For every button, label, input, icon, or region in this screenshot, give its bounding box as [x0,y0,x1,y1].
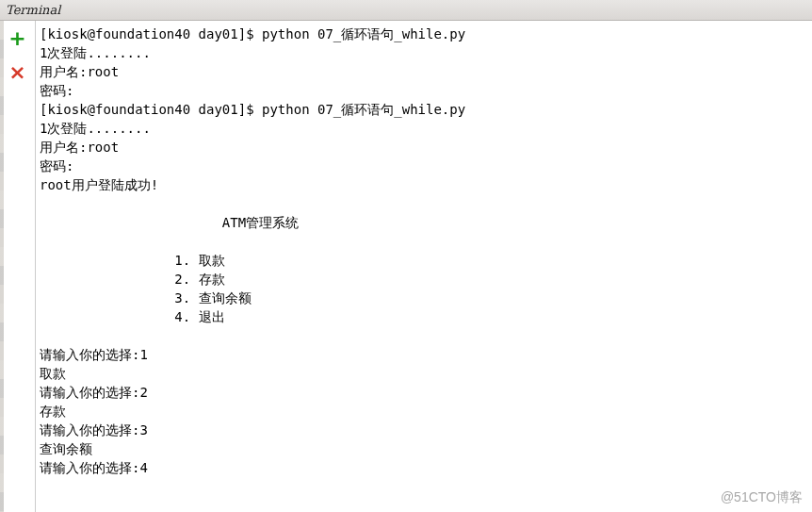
terminal-window: Terminal + × [kiosk@foundation40 day01]$… [0,0,812,512]
terminal-line: 用户名:root [40,138,808,157]
terminal-line: 请输入你的选择:1 [40,345,808,364]
terminal-line [40,232,808,251]
terminal-line: root用户登陆成功! [40,175,808,194]
terminal-line: 1. 取款 [40,251,808,270]
window-body: + × [kiosk@foundation40 day01]$ python 0… [0,21,812,512]
terminal-line: [kiosk@foundation40 day01]$ python 07_循环… [40,25,808,43]
terminal-line: 请输入你的选择:3 [40,421,808,439]
left-edge-decoration [0,21,4,512]
terminal-line: 密码: [40,81,808,100]
terminal-line: 请输入你的选择:4 [40,458,808,477]
terminal-line: 3. 查询余额 [40,289,808,307]
terminal-line [40,326,808,345]
terminal-line: 2. 存款 [40,270,808,289]
terminal-line: 存款 [40,402,808,421]
plus-icon: + [8,28,25,49]
terminal-output[interactable]: [kiosk@foundation40 day01]$ python 07_循环… [36,21,812,512]
new-tab-button[interactable]: + [8,28,28,49]
terminal-line: [kiosk@foundation40 day01]$ python 07_循环… [40,100,808,119]
terminal-line: 请输入你的选择:2 [40,383,808,402]
tab-toolbar: + × [0,21,36,512]
window-titlebar[interactable]: Terminal [0,0,812,21]
terminal-line [40,194,808,213]
close-icon: × [8,62,25,83]
close-tab-button[interactable]: × [8,62,28,83]
terminal-line: 4. 退出 [40,307,808,326]
terminal-line: 1次登陆........ [40,43,808,62]
window-title: Terminal [6,3,60,17]
terminal-line: 密码: [40,157,808,175]
terminal-line: 1次登陆........ [40,119,808,138]
terminal-line: 查询余额 [40,439,808,458]
terminal-line: 用户名:root [40,62,808,81]
terminal-line: 取款 [40,364,808,383]
terminal-line: ATM管理系统 [40,213,808,232]
